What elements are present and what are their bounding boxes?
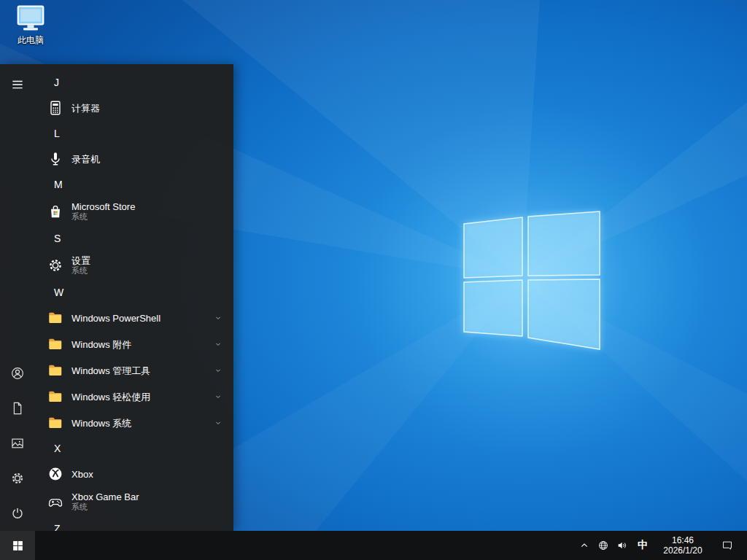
app-item-label: Windows 附件 (71, 339, 212, 350)
section-header-Z[interactable]: Z (35, 516, 233, 531)
app-item-label: 计算器 (71, 103, 223, 114)
chevron-down-icon (212, 414, 223, 432)
tray-ime-indicator[interactable]: 中 (632, 531, 654, 560)
settings-gear-icon (47, 257, 64, 274)
gamebar-icon (47, 493, 64, 510)
section-header-M[interactable]: M (35, 172, 233, 197)
rail-settings-button[interactable] (0, 461, 35, 496)
folder-icon (47, 388, 64, 405)
tray-network-button[interactable] (594, 531, 613, 560)
volume-icon (616, 540, 628, 551)
section-header-X[interactable]: X (35, 436, 233, 461)
app-item[interactable]: Windows 系统 (35, 410, 233, 436)
microphone-icon (47, 150, 64, 168)
rail-menu-button[interactable] (0, 67, 35, 102)
app-item[interactable]: 录音机 (35, 146, 233, 172)
taskbar: 中 16:46 2026/1/20 (0, 531, 747, 560)
app-item-label: 录音机 (71, 154, 223, 165)
app-item[interactable]: Windows 轻松使用 (35, 384, 233, 410)
app-item[interactable]: Xbox Game Bar系统 (35, 487, 233, 516)
app-item[interactable]: 设置系统 (35, 251, 233, 280)
tray-time: 16:46 (672, 535, 694, 545)
chevron-down-icon (212, 362, 223, 379)
app-item-label: Xbox Game Bar系统 (71, 491, 223, 512)
pictures-icon (10, 436, 25, 451)
network-globe-icon (597, 540, 609, 551)
rail-spacer (0, 102, 35, 356)
section-header-W[interactable]: W (35, 280, 233, 305)
xbox-icon (47, 465, 64, 483)
desktop-icon-this-pc[interactable]: 此电脑 (7, 4, 54, 45)
start-menu: J计算器L录音机MMicrosoft Store系统S设置系统WWindows … (0, 64, 233, 531)
section-header-L[interactable]: L (35, 121, 233, 146)
tray-clock[interactable]: 16:46 2026/1/20 (654, 531, 712, 560)
folder-icon (47, 362, 64, 379)
gear-icon (10, 471, 25, 486)
action-center-icon (721, 540, 733, 551)
start-menu-rail (0, 64, 35, 531)
app-item-label: Windows 系统 (71, 418, 212, 429)
app-item[interactable]: Xbox (35, 461, 233, 487)
app-item[interactable]: Microsoft Store系统 (35, 197, 233, 226)
rail-user-button[interactable] (0, 356, 35, 391)
chevron-down-icon (212, 335, 223, 353)
hamburger-icon (10, 77, 25, 92)
store-icon (47, 203, 64, 220)
folder-icon (47, 335, 64, 353)
tray-date: 2026/1/20 (663, 545, 702, 556)
app-item-label: Windows PowerShell (71, 313, 212, 324)
rail-top (0, 67, 35, 102)
app-item-subtitle: 系统 (71, 212, 223, 222)
app-item[interactable]: 计算器 (35, 95, 233, 121)
app-item-label: Windows 轻松使用 (71, 392, 212, 402)
start-button[interactable] (0, 531, 35, 560)
app-item-subtitle: 系统 (71, 266, 223, 276)
app-item-label: Xbox (71, 469, 223, 480)
windows-logo-icon (12, 540, 24, 552)
folder-icon (47, 414, 64, 432)
computer-icon (15, 4, 47, 34)
rail-pictures-button[interactable] (0, 426, 35, 461)
windows-desktop: 此电脑 J计算器L录音机MMicrosoft Store系统S设置系统WWind… (0, 0, 747, 560)
chevron-down-icon (212, 388, 223, 405)
user-icon (10, 366, 25, 381)
tray-show-hidden-icons-button[interactable] (575, 531, 594, 560)
chevron-up-icon (578, 540, 590, 551)
chevron-down-icon (212, 309, 223, 327)
app-item-subtitle: 系统 (71, 502, 223, 512)
document-icon (10, 401, 25, 416)
desktop-icon-label: 此电脑 (18, 35, 44, 45)
rail-documents-button[interactable] (0, 391, 35, 426)
system-tray: 中 16:46 2026/1/20 (575, 531, 747, 560)
app-item[interactable]: Windows 附件 (35, 331, 233, 357)
calculator-icon (47, 99, 64, 117)
start-menu-app-list: J计算器L录音机MMicrosoft Store系统S设置系统WWindows … (35, 64, 233, 531)
folder-icon (47, 309, 64, 327)
app-item-label: 设置系统 (71, 255, 223, 276)
app-item-label: Microsoft Store系统 (71, 201, 223, 222)
power-icon (10, 506, 25, 521)
action-center-button[interactable] (712, 531, 743, 560)
section-header-S[interactable]: S (35, 226, 233, 251)
rail-bottom (0, 356, 35, 531)
section-header-J[interactable]: J (35, 70, 233, 95)
rail-power-button[interactable] (0, 496, 35, 531)
app-item-label: Windows 管理工具 (71, 365, 212, 376)
tray-volume-button[interactable] (613, 531, 632, 560)
app-item[interactable]: Windows 管理工具 (35, 357, 233, 384)
app-item[interactable]: Windows PowerShell (35, 305, 233, 331)
